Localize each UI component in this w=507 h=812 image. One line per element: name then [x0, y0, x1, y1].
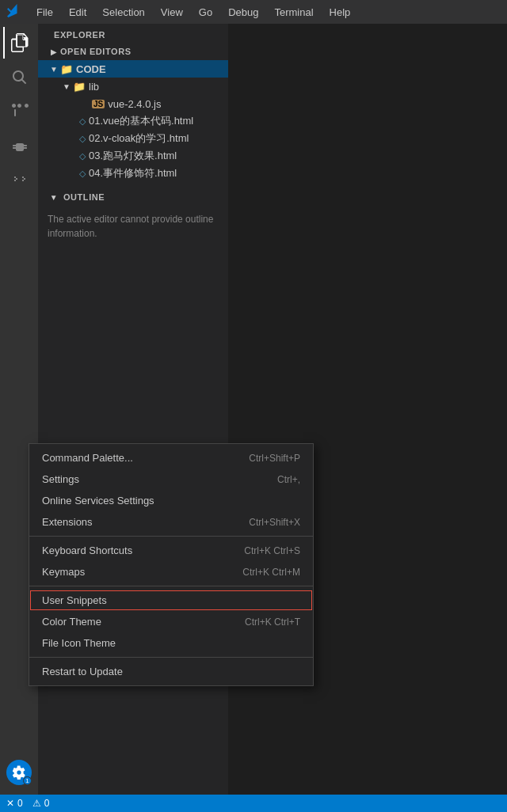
html-file-2-label: 02.v-cloak的学习.html — [89, 131, 189, 146]
menu-edit[interactable]: Edit — [63, 5, 93, 20]
status-bar: ✕ 0 ⚠ 0 — [0, 795, 507, 812]
ctx-online-services-label: Online Services Settings — [42, 495, 154, 507]
html-file-2[interactable]: ◇ 02.v-cloak的学习.html — [38, 130, 228, 147]
lib-folder[interactable]: ▼ 📁 lib — [38, 78, 228, 95]
code-folder-label: CODE — [76, 63, 106, 75]
vue-file[interactable]: JS vue-2.4.0.js — [38, 95, 228, 112]
html-file-1-label: 01.vue的基本代码.html — [89, 114, 193, 128]
warning-icon: ⚠ — [32, 798, 41, 809]
ctx-settings-label: Settings — [42, 473, 79, 485]
source-control-icon[interactable] — [3, 97, 35, 128]
menu-file[interactable]: File — [30, 5, 59, 20]
ctx-online-services[interactable]: Online Services Settings — [29, 490, 313, 511]
outline-label: OUTLINE — [63, 192, 105, 202]
ctx-user-snippets[interactable]: User Snippets — [29, 590, 313, 611]
open-editors-section[interactable]: ▶ OPEN EDITORS — [38, 43, 228, 60]
open-editors-arrow: ▶ — [48, 45, 60, 58]
ctx-color-theme[interactable]: Color Theme Ctrl+K Ctrl+T — [29, 611, 313, 632]
html-icon-4: ◇ — [79, 169, 86, 179]
gear-button[interactable]: 1 — [6, 760, 32, 785]
ctx-settings[interactable]: Settings Ctrl+, — [29, 469, 313, 490]
ctx-divider-3 — [29, 657, 313, 658]
html-icon-3: ◇ — [79, 151, 86, 161]
ctx-restart-update-label: Restart to Update — [42, 666, 123, 677]
menu-terminal[interactable]: Terminal — [268, 5, 319, 20]
ctx-command-palette[interactable]: Command Palette... Ctrl+Shift+P — [29, 447, 313, 469]
folder-icon: 📁 — [60, 63, 73, 75]
status-errors[interactable]: ✕ 0 — [6, 798, 23, 809]
ctx-restart-update[interactable]: Restart to Update — [29, 661, 313, 682]
code-folder-arrow: ▼ — [48, 63, 60, 75]
outline-arrow: ▼ — [48, 191, 60, 203]
menu-debug[interactable]: Debug — [222, 5, 265, 20]
html-icon-1: ◇ — [79, 116, 86, 127]
ctx-divider-2 — [29, 586, 313, 586]
ctx-command-palette-label: Command Palette... — [42, 452, 133, 464]
extensions-icon[interactable] — [3, 166, 35, 198]
menu-view[interactable]: View — [154, 5, 189, 20]
ctx-keyboard-shortcuts[interactable]: Keyboard Shortcuts Ctrl+K Ctrl+S — [29, 540, 313, 561]
ctx-user-snippets-label: User Snippets — [42, 594, 107, 606]
ctx-file-icon-theme[interactable]: File Icon Theme — [29, 632, 313, 654]
html-file-3-label: 03.跑马灯效果.html — [89, 149, 177, 163]
ctx-divider-1 — [29, 536, 313, 537]
title-bar: File Edit Selection View Go Debug Termin… — [0, 0, 507, 24]
activity-bar-bottom: 1 — [6, 760, 32, 791]
debug-icon[interactable] — [3, 131, 35, 163]
status-warnings[interactable]: ⚠ 0 — [32, 798, 50, 809]
lib-folder-icon: 📁 — [73, 81, 86, 93]
outline-message: The active editor cannot provide outline… — [38, 206, 228, 247]
ctx-file-icon-theme-label: File Icon Theme — [42, 637, 116, 649]
ctx-keyboard-shortcuts-label: Keyboard Shortcuts — [42, 544, 132, 556]
menu-go[interactable]: Go — [193, 5, 219, 20]
outline-header[interactable]: ▼ OUTLINE — [38, 188, 228, 206]
menu-help[interactable]: Help — [323, 5, 357, 20]
ctx-extensions-shortcut: Ctrl+Shift+X — [249, 517, 300, 528]
html-file-3[interactable]: ◇ 03.跑马灯效果.html — [38, 147, 228, 165]
html-icon-2: ◇ — [79, 134, 86, 144]
context-menu: Command Palette... Ctrl+Shift+P Settings… — [29, 443, 314, 686]
lib-folder-label: lib — [89, 81, 99, 93]
ctx-color-theme-shortcut: Ctrl+K Ctrl+T — [245, 617, 300, 628]
ctx-command-palette-shortcut: Ctrl+Shift+P — [249, 453, 300, 464]
html-file-4[interactable]: ◇ 04.事件修饰符.html — [38, 165, 228, 182]
files-icon[interactable] — [3, 27, 35, 59]
search-icon[interactable] — [3, 62, 35, 93]
ctx-keymaps-shortcut: Ctrl+K Ctrl+M — [242, 567, 300, 578]
update-badge: 1 — [23, 776, 32, 785]
warning-count: 0 — [44, 798, 50, 809]
html-file-1[interactable]: ◇ 01.vue的基本代码.html — [38, 112, 228, 130]
open-editors-label: OPEN EDITORS — [60, 47, 132, 56]
explorer-header: EXPLORER — [38, 24, 228, 43]
error-count: 0 — [17, 798, 23, 809]
vue-file-label: vue-2.4.0.js — [108, 98, 161, 110]
ctx-keymaps[interactable]: Keymaps Ctrl+K Ctrl+M — [29, 561, 313, 582]
vscode-logo — [6, 3, 21, 21]
menu-selection[interactable]: Selection — [96, 5, 151, 20]
ctx-extensions[interactable]: Extensions Ctrl+Shift+X — [29, 511, 313, 533]
ctx-settings-shortcut: Ctrl+, — [277, 474, 300, 485]
menu-bar: File Edit Selection View Go Debug Termin… — [30, 5, 356, 20]
code-folder[interactable]: ▼ 📁 CODE — [38, 60, 228, 78]
ctx-keymaps-label: Keymaps — [42, 566, 85, 578]
lib-folder-arrow: ▼ — [60, 80, 73, 93]
html-file-4-label: 04.事件修饰符.html — [89, 166, 177, 180]
ctx-color-theme-label: Color Theme — [42, 616, 101, 628]
error-icon: ✕ — [6, 798, 14, 809]
ctx-keyboard-shortcuts-shortcut: Ctrl+K Ctrl+S — [244, 545, 300, 556]
js-file-icon: JS — [92, 100, 105, 108]
ctx-extensions-label: Extensions — [42, 516, 93, 528]
